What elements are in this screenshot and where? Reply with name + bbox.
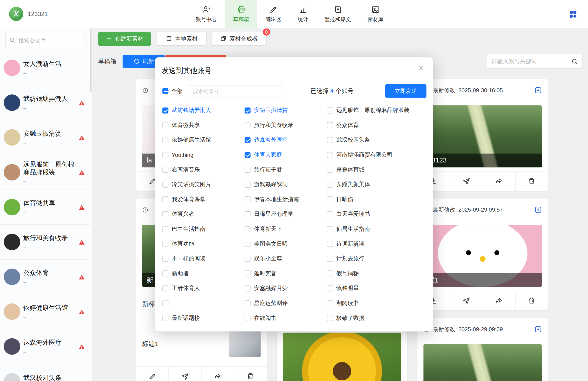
account-checkbox-item[interactable]: 依婷健康生活馆 bbox=[162, 136, 245, 144]
sidebar-account-item[interactable]: 体育微共享-- bbox=[0, 190, 90, 225]
delete-button[interactable] bbox=[234, 367, 267, 381]
edit-button[interactable] bbox=[136, 367, 168, 381]
checkbox-icon[interactable] bbox=[327, 300, 333, 306]
account-checkbox-item[interactable]: 旅行茄子君 bbox=[245, 166, 327, 173]
checkbox-icon[interactable] bbox=[327, 285, 333, 291]
checkbox-icon[interactable] bbox=[327, 122, 333, 128]
checkbox-icon[interactable] bbox=[162, 300, 168, 306]
card-image[interactable] bbox=[423, 344, 542, 381]
checkbox-icon[interactable] bbox=[327, 211, 333, 217]
checkbox-icon[interactable] bbox=[162, 137, 168, 143]
nav-item[interactable]: 草稿箱 bbox=[225, 0, 257, 28]
account-checkbox-item[interactable]: 最新话题榜 bbox=[162, 314, 245, 322]
send-button[interactable] bbox=[168, 367, 201, 381]
account-keyword-search[interactable] bbox=[487, 54, 583, 69]
close-icon[interactable] bbox=[418, 64, 425, 72]
checkbox-icon[interactable] bbox=[162, 196, 168, 202]
account-checkbox-item[interactable]: 翻阅读书 bbox=[327, 300, 409, 307]
checkbox-icon[interactable] bbox=[162, 270, 168, 276]
checkbox-icon[interactable] bbox=[245, 181, 251, 188]
apps-grid-icon[interactable] bbox=[568, 10, 578, 19]
forward-button[interactable] bbox=[483, 171, 515, 190]
create-material-button[interactable]: 创建新素材 bbox=[98, 32, 151, 46]
account-checkbox-item[interactable]: 巴中生活指南 bbox=[162, 226, 245, 233]
checkbox-icon[interactable] bbox=[245, 167, 251, 173]
account-checkbox-item[interactable]: 延时梵音 bbox=[245, 270, 327, 277]
account-checkbox-item[interactable]: 安塞融媒月荧 bbox=[245, 285, 327, 292]
account-checkbox-item[interactable]: 武汉校园头条 bbox=[327, 136, 409, 144]
account-checkbox-item[interactable]: 日晒伤 bbox=[327, 196, 409, 203]
account-checkbox-item[interactable]: 新助播 bbox=[162, 270, 245, 277]
sidebar-account-item[interactable]: 女人潮新生活-- bbox=[0, 51, 90, 85]
account-checkbox-item[interactable] bbox=[162, 300, 245, 306]
nav-item[interactable]: 编辑器 bbox=[257, 0, 290, 28]
nav-item[interactable]: 监控和爆文 bbox=[316, 0, 359, 28]
checkbox-icon[interactable] bbox=[327, 256, 333, 262]
account-checkbox-item[interactable]: 游戏巅峰瞬间 bbox=[245, 181, 327, 188]
checkbox-icon[interactable] bbox=[327, 108, 333, 114]
account-checkbox-item[interactable]: 右耳清音乐 bbox=[162, 166, 245, 173]
account-checkbox-item[interactable]: 体育功能 bbox=[162, 240, 245, 248]
account-checkbox-item[interactable]: 远见服饰一原创棉麻品牌服装 bbox=[327, 107, 409, 114]
account-checkbox-item[interactable]: 河南博涵商贸有限公司 bbox=[327, 151, 409, 158]
checkbox-icon[interactable] bbox=[245, 241, 251, 247]
download-icon[interactable] bbox=[534, 206, 542, 213]
checkbox-icon[interactable] bbox=[327, 226, 333, 232]
local-material-button[interactable]: 本地素材 bbox=[157, 32, 207, 46]
checkbox-icon[interactable] bbox=[327, 315, 333, 321]
checkbox-icon[interactable] bbox=[245, 270, 251, 276]
account-checkbox-item[interactable]: 王者体育人 bbox=[162, 285, 245, 292]
sidebar-account-item[interactable]: 旅行和美食收录-- bbox=[0, 225, 90, 260]
checkbox-icon[interactable] bbox=[162, 108, 168, 114]
checkbox-icon[interactable] bbox=[162, 211, 168, 217]
account-checkbox-item[interactable]: 诗词新解读 bbox=[327, 240, 409, 248]
checkbox-icon[interactable] bbox=[245, 211, 251, 217]
account-checkbox-item[interactable]: 旅行和美食收录 bbox=[245, 122, 327, 129]
tab-drafts[interactable]: 草稿箱 bbox=[98, 57, 116, 65]
account-checkbox-item[interactable]: 体育兴者 bbox=[162, 211, 245, 218]
nav-item[interactable]: 素材库 bbox=[359, 0, 391, 28]
account-checkbox-item[interactable]: 极致了数据 bbox=[327, 314, 409, 322]
account-checkbox-item[interactable]: 白天喜爱读书 bbox=[327, 211, 409, 218]
account-checkbox-item[interactable]: 假号揭秘 bbox=[327, 270, 409, 277]
forward-button[interactable] bbox=[201, 367, 234, 381]
forward-button[interactable] bbox=[483, 291, 515, 310]
account-checkbox-item[interactable]: 娱乐小至尊 bbox=[245, 255, 327, 262]
checkbox-icon[interactable] bbox=[327, 270, 333, 276]
send-button[interactable] bbox=[450, 171, 483, 190]
checkbox-icon[interactable] bbox=[245, 256, 251, 262]
sidebar-account-item[interactable]: 安融玉振清赏-- bbox=[0, 120, 90, 155]
checkbox-icon[interactable] bbox=[162, 241, 168, 247]
account-checkbox-item[interactable]: 我爱体育课堂 bbox=[162, 196, 245, 203]
checkbox-icon[interactable] bbox=[327, 152, 333, 158]
account-checkbox-item[interactable]: 伊春本地生活指南 bbox=[245, 196, 327, 203]
checkbox-icon[interactable] bbox=[245, 300, 251, 306]
account-checkbox-item[interactable]: Youthing bbox=[162, 152, 245, 158]
delete-button[interactable] bbox=[515, 171, 548, 190]
sidebar-account-item[interactable]: 达森海外医疗-- bbox=[0, 329, 90, 364]
account-checkbox-item[interactable]: 体育新天下 bbox=[245, 226, 327, 233]
checkbox-icon[interactable] bbox=[162, 315, 168, 321]
material-composer-button[interactable]: 素材合成器 bbox=[211, 32, 267, 46]
nav-item[interactable]: 统计 bbox=[290, 0, 316, 28]
card-image[interactable] bbox=[283, 333, 401, 381]
account-checkbox-item[interactable]: 仙居生活指南 bbox=[327, 226, 409, 233]
checkbox-icon[interactable] bbox=[162, 152, 168, 158]
sidebar-account-item[interactable]: 武汉校园头条 bbox=[0, 364, 90, 381]
send-now-button[interactable]: 立即发送 bbox=[385, 84, 426, 98]
checkbox-icon[interactable] bbox=[162, 226, 168, 232]
checkbox-icon[interactable] bbox=[245, 122, 251, 128]
sidebar-account-item[interactable]: 远见服饰一原创棉麻品牌服装-- bbox=[0, 155, 90, 190]
checkbox-icon[interactable] bbox=[162, 122, 168, 128]
account-checkbox-item[interactable]: 武纺钱塘弄潮人 bbox=[162, 107, 245, 114]
checkbox-icon[interactable] bbox=[245, 315, 251, 321]
checkbox-icon[interactable] bbox=[245, 152, 251, 158]
nav-item[interactable]: 账号中心 bbox=[188, 0, 225, 28]
delete-button[interactable] bbox=[515, 291, 548, 310]
checkbox-icon[interactable] bbox=[245, 226, 251, 232]
account-checkbox-item[interactable]: 女爵美颜美体 bbox=[327, 181, 409, 188]
checkbox-icon[interactable] bbox=[162, 256, 168, 262]
download-icon[interactable] bbox=[534, 86, 542, 94]
account-checkbox-item[interactable]: 日晞星座心理学 bbox=[245, 211, 327, 218]
checkbox-icon[interactable] bbox=[162, 167, 168, 173]
